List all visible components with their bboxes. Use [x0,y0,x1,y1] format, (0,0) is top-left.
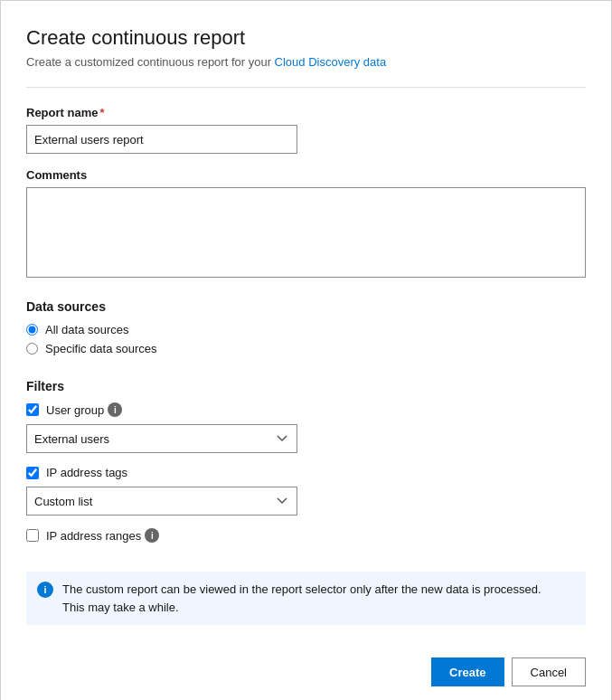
comments-label: Comments [26,168,586,182]
filters-title: Filters [26,379,586,393]
specific-data-sources-label: Specific data sources [45,342,157,355]
dialog-subtitle: Create a customized continuous report fo… [26,55,586,69]
create-button[interactable]: Create [431,657,504,686]
info-bar: i The custom report can be viewed in the… [26,572,586,625]
ip-address-tags-dropdown[interactable]: Custom list Corporate Risky [26,487,297,516]
specific-data-sources-option[interactable]: Specific data sources [26,342,586,355]
ip-address-tags-checkbox-item[interactable]: IP address tags [26,466,586,479]
comments-input[interactable] [26,187,586,278]
specific-data-sources-radio[interactable] [26,343,38,355]
report-name-label: Report name* [26,106,586,119]
data-sources-section: Data sources All data sources Specific d… [26,299,586,361]
all-data-sources-option[interactable]: All data sources [26,323,586,336]
dialog-title: Create continuous report [26,26,586,50]
user-group-dropdown-wrapper: External users All users Internal users [26,424,297,453]
user-group-checkbox[interactable] [26,403,39,416]
user-group-dropdown[interactable]: External users All users Internal users [26,424,297,453]
ip-address-ranges-info-icon: i [145,528,159,543]
ip-address-tags-checkbox[interactable] [26,467,39,479]
info-bar-icon: i [37,582,53,598]
all-data-sources-radio[interactable] [26,324,38,336]
user-group-checkbox-item[interactable]: User group i [26,402,586,417]
subtitle-static-text: Create a customized continuous report fo… [26,55,275,69]
divider [26,87,586,88]
cloud-discovery-link[interactable]: Cloud Discovery data [275,55,387,69]
user-group-info-icon: i [108,402,122,417]
info-bar-line1: The custom report can be viewed in the r… [62,582,541,596]
info-bar-text: The custom report can be viewed in the r… [62,581,541,616]
user-group-label: User group [46,403,104,417]
filters-section: Filters User group i External users All … [26,379,586,550]
create-report-dialog: Create continuous report Create a custom… [0,0,612,700]
report-name-input[interactable] [26,125,297,154]
ip-address-ranges-checkbox-item[interactable]: IP address ranges i [26,528,586,543]
all-data-sources-label: All data sources [45,323,129,336]
cancel-button[interactable]: Cancel [512,657,586,686]
ip-address-ranges-checkbox[interactable] [26,529,39,542]
data-sources-title: Data sources [26,299,586,314]
ip-address-tags-label: IP address tags [46,466,127,479]
ip-address-ranges-label: IP address ranges [46,529,141,543]
comments-field: Comments [26,168,586,299]
info-bar-line2: This may take a while. [62,601,179,614]
ip-address-tags-dropdown-wrapper: Custom list Corporate Risky [26,487,297,516]
report-name-field: Report name* [26,106,586,168]
dialog-footer: Create Cancel [26,647,586,686]
